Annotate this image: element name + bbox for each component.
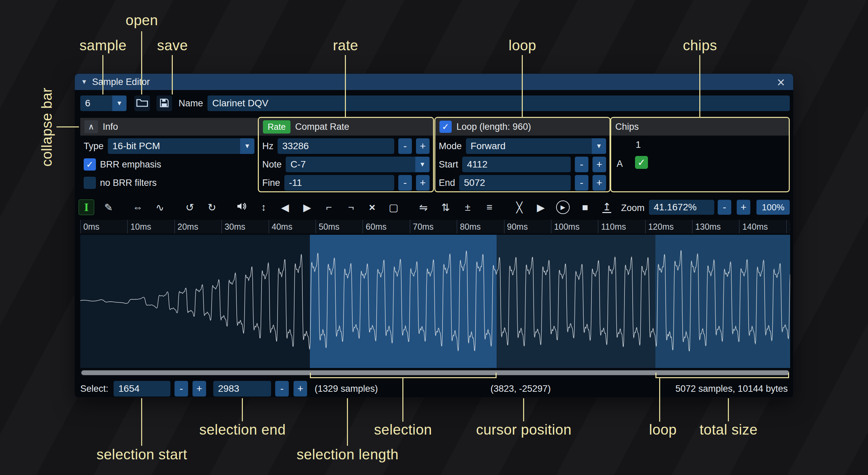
annotation-line-rate [345, 55, 346, 117]
loop-end-input[interactable] [459, 175, 571, 191]
loop-start-label: Start [439, 159, 458, 170]
annotation-collapse-bar: collapse bar [39, 88, 55, 166]
insert-silence-button[interactable]: ⌐ [321, 199, 337, 215]
waveform-view[interactable] [80, 235, 790, 368]
sample-number-value: 6 [80, 95, 112, 111]
ruler-label: 130ms [692, 220, 739, 233]
undo-button[interactable]: ↺ [182, 199, 198, 215]
brr-emphasis-checkbox[interactable]: ✓ [84, 158, 96, 171]
reverse-button[interactable]: ⇋ [416, 199, 431, 215]
selection-end-input[interactable] [213, 381, 271, 397]
preview-selection-button[interactable]: ▶ [555, 199, 571, 215]
annotation-sample: sample [80, 37, 127, 54]
loop-start-increase-button[interactable]: + [592, 157, 606, 172]
loop-end-increase-button[interactable]: + [592, 175, 606, 191]
save-sample-button[interactable] [156, 95, 172, 111]
ruler-label: 140ms [739, 220, 786, 233]
fine-increase-button[interactable]: + [416, 175, 430, 191]
loop-enable-checkbox[interactable]: ✓ [439, 121, 452, 133]
note-select[interactable]: C-7 ▼ [286, 157, 430, 172]
invert-icon: ⇅ [441, 201, 450, 213]
selection-end-increase-button[interactable]: + [294, 381, 307, 397]
chevron-down-icon[interactable]: ▼ [112, 95, 127, 111]
draw-mode-button[interactable]: ✎ [101, 199, 116, 215]
select-mode-button[interactable]: I [79, 199, 94, 215]
chevron-down-icon[interactable]: ▼ [240, 138, 254, 154]
selection-bracket-left-tick [310, 373, 311, 378]
select-mode-icon: I [84, 201, 88, 214]
no-brr-filters-checkbox[interactable] [84, 177, 96, 189]
loop-start-input[interactable] [462, 157, 571, 172]
filter-button[interactable]: ≡ [482, 199, 497, 215]
select-label: Select: [80, 384, 108, 394]
normalize-button[interactable]: ↕ [256, 199, 271, 215]
chips-header-label: Chips [615, 122, 639, 132]
loop-mode-select[interactable]: Forward ▼ [466, 138, 606, 154]
chevron-down-icon[interactable]: ▼ [592, 138, 606, 154]
loop-header: ✓ Loop (length: 960) [435, 118, 610, 136]
open-sample-button[interactable] [134, 95, 150, 111]
annotation-cursor-position: cursor position [476, 422, 572, 438]
amplify-button[interactable] [234, 199, 249, 215]
annotation-loop: loop [508, 37, 536, 54]
annotation-line-loop [522, 55, 523, 117]
fade-in-button[interactable]: ◀ [277, 199, 293, 215]
sample-name-input[interactable] [207, 95, 790, 111]
ruler-label: 120ms [645, 220, 692, 233]
selection-end-decrease-button[interactable]: - [275, 381, 289, 397]
crossfade-loop-button[interactable]: ╳ [512, 199, 527, 215]
selection-start-increase-button[interactable]: + [193, 381, 206, 397]
ruler-label: 80ms [457, 220, 504, 233]
selection-start-decrease-button[interactable]: - [174, 381, 188, 397]
delete-button[interactable]: × [364, 199, 380, 215]
hz-input[interactable] [278, 138, 394, 154]
invert-button[interactable]: ⇅ [438, 199, 453, 215]
window-collapse-triangle-icon[interactable]: ▼ [81, 78, 87, 86]
brr-emphasis-label: BRR emphasis [100, 159, 161, 170]
ruler-label: 150 [786, 220, 790, 233]
resize-button[interactable]: ⇔ [130, 199, 146, 215]
window-titlebar[interactable]: ▼ Sample Editor [75, 74, 793, 90]
zoom-out-button[interactable]: - [718, 200, 731, 215]
zoom-in-button[interactable]: + [737, 200, 750, 215]
sign-invert-button[interactable]: ± [460, 199, 475, 215]
close-button[interactable]: × [773, 74, 788, 89]
create-wavetable-button[interactable]: ↥ [599, 199, 615, 215]
apply-silence-button[interactable]: ¬ [343, 199, 359, 215]
fine-input[interactable] [284, 175, 394, 191]
resample-button[interactable]: ∿ [152, 199, 168, 215]
ruler-label: 50ms [316, 220, 363, 233]
chip-row-label: A [617, 159, 623, 169]
fine-decrease-button[interactable]: - [398, 175, 412, 191]
sample-editor-window: ▼ Sample Editor × 6 ▼ Name ∧ Info [75, 74, 793, 397]
chevron-down-icon[interactable]: ▼ [415, 157, 430, 172]
trim-button[interactable]: ▢ [386, 199, 401, 215]
annotation-line-cursor-position [523, 398, 524, 421]
preview-button[interactable]: ▶ [533, 199, 549, 215]
annotation-line-selection [402, 378, 403, 422]
loop-start-decrease-button[interactable]: - [575, 157, 588, 172]
undo-icon: ↺ [185, 201, 194, 213]
redo-button[interactable]: ↻ [204, 199, 220, 215]
annotation-line-selection-end [242, 398, 243, 421]
hz-label: Hz [262, 141, 273, 152]
hz-increase-button[interactable]: + [416, 138, 430, 154]
scrollbar-thumb[interactable] [81, 370, 789, 375]
chip-assign-checkbox[interactable]: ✓ [635, 156, 648, 169]
selection-start-input[interactable] [114, 381, 170, 397]
hz-decrease-button[interactable]: - [398, 138, 412, 154]
sample-number-select[interactable]: 6 ▼ [80, 95, 127, 111]
zoom-input[interactable] [649, 200, 714, 215]
annotation-selection-start: selection start [97, 446, 187, 463]
loop-end-decrease-button[interactable]: - [575, 175, 588, 191]
fine-row: Fine - + [259, 175, 433, 191]
collapse-bar-button[interactable]: ∧ [84, 120, 98, 133]
fade-out-button[interactable]: ▶ [299, 199, 315, 215]
cursor-position-value: (3823, -25297) [490, 384, 551, 394]
horizontal-scrollbar[interactable] [80, 369, 790, 376]
sample-type-select[interactable]: 16-bit PCM ▼ [108, 138, 254, 154]
ruler-label: 20ms [174, 220, 221, 233]
zoom-reset-button[interactable]: 100% [756, 200, 790, 215]
info-header-label: Info [103, 122, 118, 132]
stop-preview-button[interactable]: ■ [577, 199, 593, 215]
